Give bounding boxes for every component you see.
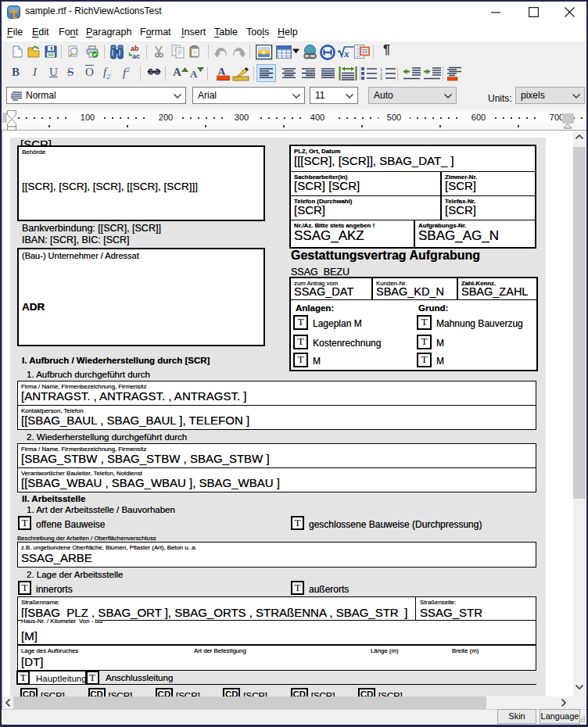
svg-text:3: 3 [380, 76, 382, 80]
svg-text:ab: ab [131, 45, 139, 52]
svg-text:x: x [343, 48, 350, 59]
svg-text:ac: ac [132, 52, 140, 59]
